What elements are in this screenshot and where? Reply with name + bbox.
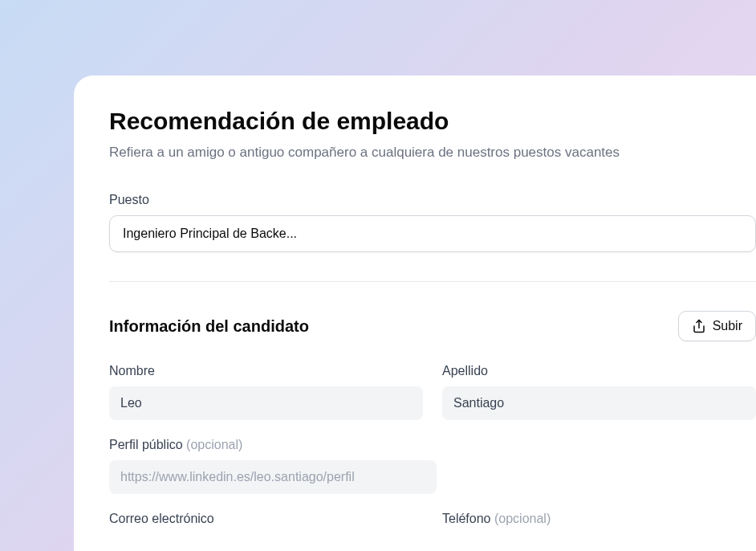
contact-row: Correo electrónico Teléfono (opcional)	[109, 512, 756, 534]
last-name-input[interactable]	[442, 386, 756, 420]
section-divider	[109, 281, 756, 282]
last-name-label: Apellido	[442, 364, 756, 378]
last-name-group: Apellido	[442, 364, 756, 420]
upload-button-label: Subir	[713, 319, 742, 333]
first-name-label: Nombre	[109, 364, 423, 378]
phone-label: Teléfono (opcional)	[442, 512, 756, 526]
page-title: Recomendación de empleado	[109, 108, 756, 135]
position-select[interactable]: Ingeniero Principal de Backe...	[109, 215, 756, 252]
upload-button[interactable]: Subir	[678, 311, 756, 341]
profile-input[interactable]	[109, 460, 437, 494]
email-group: Correo electrónico	[109, 512, 423, 534]
candidate-section-header: Información del candidato Subir	[109, 311, 756, 341]
first-name-group: Nombre	[109, 364, 423, 420]
profile-group: Perfil público (opcional)	[109, 438, 756, 494]
phone-group: Teléfono (opcional)	[442, 512, 756, 534]
position-label: Puesto	[109, 193, 756, 207]
email-label: Correo electrónico	[109, 512, 423, 526]
candidate-section-title: Información del candidato	[109, 317, 309, 336]
phone-optional-tag: (opcional)	[494, 512, 551, 525]
referral-form-card: Recomendación de empleado Refiera a un a…	[74, 76, 756, 551]
page-subtitle: Refiera a un amigo o antiguo compañero a…	[109, 145, 756, 161]
first-name-input[interactable]	[109, 386, 423, 420]
profile-optional-tag: (opcional)	[186, 438, 242, 451]
upload-icon	[692, 319, 706, 333]
profile-row: Perfil público (opcional)	[109, 438, 756, 494]
position-field-group: Puesto Ingeniero Principal de Backe...	[109, 193, 756, 252]
name-row: Nombre Apellido	[109, 364, 756, 420]
profile-label: Perfil público (opcional)	[109, 438, 756, 452]
